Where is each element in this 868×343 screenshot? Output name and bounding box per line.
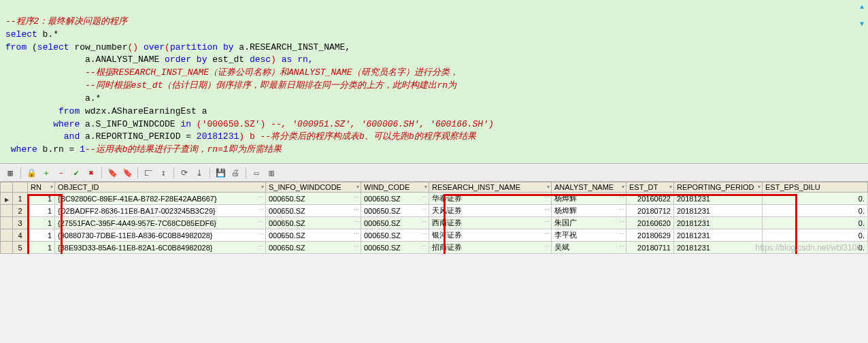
- table-row[interactable]: 51{38E93D33-85A6-11E8-82A1-6C0B84982028}…: [1, 242, 868, 254]
- bookmark-del-icon[interactable]: 🔖: [121, 167, 133, 179]
- col-menu-icon[interactable]: ▾: [669, 184, 672, 190]
- rollback-icon[interactable]: ✖: [85, 167, 97, 179]
- cell-menu-icon[interactable]: ⋯: [354, 231, 359, 237]
- col-analyst[interactable]: ANALYST_NAME▾: [552, 182, 627, 193]
- sort-icon[interactable]: ↧: [157, 167, 169, 179]
- col-sinfo[interactable]: S_INFO_WINDCODE▾: [266, 182, 361, 193]
- cell-menu-icon[interactable]: ⋯: [258, 243, 264, 249]
- col-estdt[interactable]: EST_DT▾: [627, 182, 674, 193]
- cell-rn[interactable]: 1: [28, 217, 55, 229]
- col-menu-icon[interactable]: ▾: [547, 184, 550, 190]
- cell-eps[interactable]: 0.: [763, 229, 868, 242]
- cell-menu-icon[interactable]: ⋯: [258, 194, 264, 200]
- cell-analyst[interactable]: 李平祝⋯: [552, 229, 627, 242]
- row-indicator[interactable]: [1, 217, 13, 229]
- cell-menu-icon[interactable]: ⋯: [422, 243, 427, 249]
- print-icon[interactable]: 🖨: [229, 167, 241, 179]
- cell-eps[interactable]: 0.: [763, 205, 868, 217]
- cell-analyst[interactable]: 吴斌⋯: [552, 242, 627, 254]
- cell-inst[interactable]: 银河证券⋯: [429, 229, 552, 242]
- cell-menu-icon[interactable]: ⋯: [619, 206, 624, 212]
- cell-menu-icon[interactable]: ⋯: [258, 206, 264, 212]
- cell-inst[interactable]: 天风证券⋯: [429, 205, 552, 217]
- col-eps[interactable]: EST_EPS_DILU: [763, 182, 868, 193]
- filter-icon[interactable]: ⫍: [142, 167, 154, 179]
- row-indicator[interactable]: [1, 242, 13, 254]
- view-multi-icon[interactable]: ▥: [265, 167, 278, 179]
- cell-dt[interactable]: 20180711: [627, 242, 674, 254]
- cell-rn[interactable]: 1: [28, 193, 55, 205]
- cell-analyst[interactable]: 杨烨辉⋯: [552, 193, 627, 205]
- cell-obj[interactable]: {80880730-7DBE-11E8-A836-6C0B84982028}⋯: [55, 229, 266, 242]
- cell-sinfo[interactable]: 000650.SZ⋯: [266, 217, 361, 229]
- cell-inst[interactable]: 西南证券⋯: [429, 217, 552, 229]
- cell-rp[interactable]: 20181231: [674, 193, 763, 205]
- lock-icon[interactable]: 🔒: [25, 167, 37, 179]
- cell-menu-icon[interactable]: ⋯: [422, 231, 427, 237]
- cell-menu-icon[interactable]: ⋯: [544, 206, 550, 212]
- export-icon[interactable]: ⤓: [193, 167, 205, 179]
- save-icon[interactable]: 💾: [214, 167, 227, 179]
- cell-menu-icon[interactable]: ⋯: [422, 206, 427, 212]
- col-menu-icon[interactable]: ▾: [622, 184, 624, 190]
- grid-layout-icon[interactable]: ▦: [4, 167, 16, 179]
- table-row[interactable]: 21{D2BADFF2-8636-11E8-BA17-0023245B3C29}…: [1, 205, 868, 217]
- cell-rp[interactable]: 20181231: [674, 217, 763, 229]
- cell-analyst[interactable]: 朱国广⋯: [552, 217, 627, 229]
- col-inst[interactable]: RESEARCH_INST_NAME▾: [429, 182, 552, 193]
- view-single-icon[interactable]: ▭: [250, 167, 263, 179]
- cell-eps[interactable]: 0.: [763, 217, 868, 229]
- cell-menu-icon[interactable]: ⋯: [619, 218, 624, 225]
- cell-menu-icon[interactable]: ⋯: [354, 218, 359, 225]
- sql-editor[interactable]: ▲ ▼ --程序2：最终解决问题的程序 select b.* from (sel…: [0, 0, 868, 164]
- results-grid[interactable]: RN▾ OBJECT_ID▾ S_INFO_WINDCODE▾ WIND_COD…: [0, 182, 868, 254]
- cell-rn[interactable]: 1: [28, 205, 55, 217]
- cell-menu-icon[interactable]: ⋯: [258, 231, 264, 237]
- scroll-down-icon[interactable]: ▼: [860, 20, 864, 30]
- table-row[interactable]: 11{BC92806C-89EF-41EA-B782-F28E42AAB667}…: [1, 193, 868, 205]
- cell-sinfo[interactable]: 000650.SZ⋯: [266, 229, 361, 242]
- col-rn[interactable]: RN▾: [28, 182, 55, 193]
- col-menu-icon[interactable]: ▾: [356, 184, 359, 190]
- cell-menu-icon[interactable]: ⋯: [619, 231, 624, 237]
- col-rp[interactable]: REPORTING_PERIOD▾: [674, 182, 763, 193]
- cell-analyst[interactable]: 杨烨辉⋯: [552, 205, 627, 217]
- cell-obj[interactable]: {BC92806C-89EF-41EA-B782-F28E42AAB667}⋯: [55, 193, 266, 205]
- col-menu-icon[interactable]: ▾: [758, 184, 761, 190]
- cell-inst[interactable]: 招商证券⋯: [429, 242, 552, 254]
- row-indicator[interactable]: [1, 205, 13, 217]
- cell-menu-icon[interactable]: ⋯: [544, 231, 550, 237]
- delete-row-icon[interactable]: －: [55, 167, 67, 179]
- cell-rp[interactable]: 20181231: [674, 242, 763, 254]
- table-row[interactable]: 31{27551FAC-395F-4A49-957E-7C68CD85EDF6}…: [1, 217, 868, 229]
- cell-rp[interactable]: 20181231: [674, 229, 763, 242]
- cell-dt[interactable]: 20160622: [627, 193, 674, 205]
- row-indicator[interactable]: [1, 193, 13, 205]
- table-row[interactable]: 41{80880730-7DBE-11E8-A836-6C0B84982028}…: [1, 229, 868, 242]
- cell-obj[interactable]: {27551FAC-395F-4A49-957E-7C68CD85EDF6}⋯: [55, 217, 266, 229]
- cell-menu-icon[interactable]: ⋯: [422, 218, 427, 225]
- cell-obj[interactable]: {D2BADFF2-8636-11E8-BA17-0023245B3C29}⋯: [55, 205, 266, 217]
- cell-sinfo[interactable]: 000650.SZ⋯: [266, 242, 361, 254]
- cell-sinfo[interactable]: 000650.SZ⋯: [266, 193, 361, 205]
- cell-dt[interactable]: 20180629: [627, 229, 674, 242]
- scroll-up-icon[interactable]: ▲: [860, 3, 864, 13]
- cell-eps[interactable]: 0.: [763, 193, 868, 205]
- cell-menu-icon[interactable]: ⋯: [544, 218, 550, 225]
- cell-wind[interactable]: 000650.SZ⋯: [361, 193, 429, 205]
- commit-icon[interactable]: ✔: [70, 167, 82, 179]
- add-row-icon[interactable]: ＋: [40, 167, 52, 179]
- cell-wind[interactable]: 000650.SZ⋯: [361, 217, 429, 229]
- cell-dt[interactable]: 20160620: [627, 217, 674, 229]
- cell-wind[interactable]: 000650.SZ⋯: [361, 205, 429, 217]
- cell-rp[interactable]: 20181231: [674, 205, 763, 217]
- cell-rn[interactable]: 1: [28, 229, 55, 242]
- cell-wind[interactable]: 000650.SZ⋯: [361, 229, 429, 242]
- cell-menu-icon[interactable]: ⋯: [619, 194, 624, 200]
- col-object-id[interactable]: OBJECT_ID▾: [55, 182, 266, 193]
- col-menu-icon[interactable]: ▾: [50, 184, 53, 190]
- cell-obj[interactable]: {38E93D33-85A6-11E8-82A1-6C0B84982028}⋯: [55, 242, 266, 254]
- cell-menu-icon[interactable]: ⋯: [544, 243, 550, 249]
- cell-rn[interactable]: 1: [28, 242, 55, 254]
- cell-menu-icon[interactable]: ⋯: [422, 194, 427, 200]
